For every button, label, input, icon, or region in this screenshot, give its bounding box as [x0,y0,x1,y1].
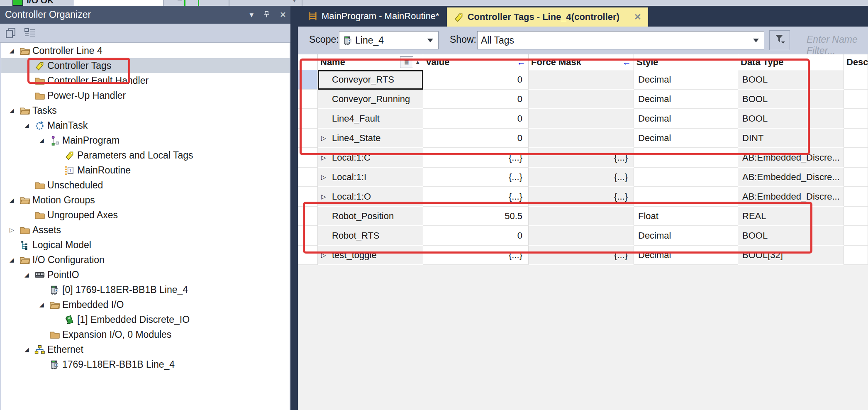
tree-item-0-1769-l18er-bb1b-line-4[interactable]: [0] 1769-L18ER-BB1B Line_4 [1,282,290,297]
name-filter-input[interactable]: Enter Name Filter... [807,34,868,56]
tree-item-controller-tags[interactable]: Controller Tags [1,58,290,73]
tree-item-embedded-i-o[interactable]: ◢Embedded I/O [1,297,290,312]
tag-name-cell[interactable]: ▷Line4_State [318,129,423,148]
tag-value-cell[interactable]: {...} [423,168,529,187]
tag-style-cell[interactable] [634,187,738,207]
tag-name-cell[interactable]: Conveyor_Running [318,90,423,109]
tag-description-cell[interactable] [844,246,868,265]
column-header-data-type[interactable]: Data Type [738,54,844,70]
tag-name-cell[interactable]: ▷test_toggle [318,246,423,265]
name-filter-options-icon[interactable]: ≣ [400,56,413,68]
pin-icon[interactable] [263,10,271,20]
row-selector[interactable] [298,168,318,187]
tree-item-1-embedded-discrete-io[interactable]: [1] Embedded Discrete_IO [1,312,290,327]
column-header-value[interactable]: Value← [423,54,529,70]
tag-force-mask-cell[interactable]: {...} [529,187,634,207]
tag-value-cell[interactable]: 0 [423,90,529,109]
tag-data-type-cell[interactable]: AB:Embedded_Discre... [738,148,844,168]
tree-item-mainprogram[interactable]: ◢MainProgram [1,133,290,148]
collapse-arrow-icon[interactable]: ◢ [24,122,34,129]
tree-item-assets[interactable]: ▷Assets [1,222,290,237]
tag-description-cell[interactable] [844,129,868,148]
tag-force-mask-cell[interactable] [529,207,634,226]
tree-item-ethernet[interactable]: ◢Ethernet [1,342,290,357]
tag-name-cell[interactable]: ▷Local:1:I [318,168,423,187]
tag-value-cell[interactable]: 50.5 [423,207,529,226]
column-header-description[interactable]: Description [844,54,868,70]
tag-name-cell[interactable]: Conveyor_RTS [318,70,423,90]
column-header-style[interactable]: Style [634,54,738,70]
row-selector[interactable] [298,246,318,265]
tag-data-type-cell[interactable]: AB:Embedded_Discre... [738,168,844,187]
expand-arrow-icon[interactable]: ▷ [10,227,20,233]
scope-combo[interactable]: Line_4 [339,31,439,49]
tag-description-cell[interactable] [844,70,868,90]
tree-item-controller-fault-handler[interactable]: Controller Fault Handler [1,73,290,88]
expand-tag-icon[interactable]: ▷ [321,134,332,142]
tag-description-cell[interactable] [844,226,868,246]
tree-item-motion-groups[interactable]: ◢Motion Groups [1,193,290,207]
collapse-arrow-icon[interactable]: ◢ [10,47,20,54]
tag-style-cell[interactable]: Decimal [634,246,738,265]
tag-data-type-cell[interactable]: BOOL[32] [738,246,844,265]
list-view-icon[interactable] [22,26,37,40]
tree-item-power-up-handler[interactable]: Power-Up Handler [1,88,290,103]
tag-name-cell[interactable]: Robot_RTS [318,226,423,246]
tag-description-cell[interactable] [844,148,868,168]
tag-style-cell[interactable] [634,168,738,187]
top-combo-box[interactable] [74,0,163,6]
tag-data-type-cell[interactable]: AB:Embedded_Discre... [738,187,844,207]
close-tab-icon[interactable]: ✕ [634,12,641,22]
tag-name-cell[interactable]: ▷Local:1:O [318,187,423,207]
tag-description-cell[interactable] [844,207,868,226]
tag-description-cell[interactable] [844,187,868,207]
tree-item-controller-line-4[interactable]: ◢Controller Line 4 [1,43,290,58]
tag-value-cell[interactable]: 0 [423,109,529,129]
tree-item-maintask[interactable]: ◢MainTask [1,118,290,133]
tag-force-mask-cell[interactable] [529,129,634,148]
tree-item-mainroutine[interactable]: 1MainRoutine [1,163,290,178]
tree-item-pointio[interactable]: ◢PointIO [1,267,290,282]
column-header-force-mask[interactable]: Force Mask← [529,54,634,70]
row-selector[interactable] [298,148,318,168]
tag-force-mask-cell[interactable]: {...} [529,246,634,265]
tag-data-type-cell[interactable]: BOOL [738,109,844,129]
collapse-arrow-icon[interactable]: ◢ [39,137,49,144]
tag-force-mask-cell[interactable] [529,109,634,129]
tag-force-mask-cell[interactable] [529,226,634,246]
tag-description-cell[interactable] [844,109,868,129]
tree-item-expansion-i-o-0-modules[interactable]: Expansion I/O, 0 Modules [1,327,290,342]
tag-force-mask-cell[interactable]: {...} [529,168,634,187]
tree-item-parameters-and-local-tags[interactable]: Parameters and Local Tags [1,148,290,163]
row-selector[interactable] [298,226,318,246]
tag-style-cell[interactable]: Decimal [634,70,738,90]
row-selector[interactable] [298,70,318,90]
expand-tag-icon[interactable]: ▷ [321,251,332,259]
row-selector[interactable] [298,207,318,226]
row-selector[interactable] [298,187,318,207]
tag-data-type-cell[interactable]: DINT [738,129,844,148]
expand-tag-icon[interactable]: ▷ [321,193,332,200]
tag-value-cell[interactable]: {...} [423,148,529,168]
row-selector[interactable] [298,109,318,129]
collapse-arrow-icon[interactable]: ◢ [10,256,20,263]
collapse-arrow-icon[interactable]: ◢ [10,107,20,114]
tag-description-cell[interactable] [844,90,868,109]
tree-item-ungrouped-axes[interactable]: Ungrouped Axes [1,207,290,222]
tag-data-type-cell[interactable]: BOOL [738,226,844,246]
tag-value-cell[interactable]: 0 [423,129,529,148]
tag-style-cell[interactable]: Float [634,207,738,226]
tag-data-type-cell[interactable]: BOOL [738,70,844,90]
tag-value-cell[interactable]: {...} [423,246,529,265]
tag-value-cell[interactable]: 0 [423,226,529,246]
panel-splitter[interactable] [290,6,298,410]
tag-style-cell[interactable]: Decimal [634,90,738,109]
tree-item-logical-model[interactable]: Logical Model [1,237,290,252]
tag-name-cell[interactable]: ▷Local:1:C [318,148,423,168]
copy-pages-icon[interactable] [3,26,18,40]
tag-name-cell[interactable]: Line4_Fault [318,109,423,129]
row-selector[interactable] [298,129,318,148]
close-icon[interactable]: ✕ [280,11,286,19]
tag-description-cell[interactable] [844,168,868,187]
collapse-arrow-icon[interactable]: ◢ [24,346,34,353]
